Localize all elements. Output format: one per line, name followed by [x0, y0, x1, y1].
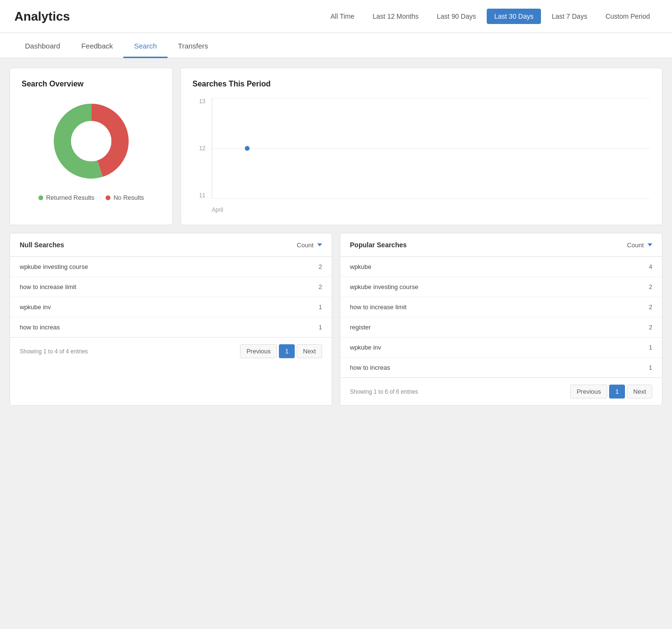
- row-term: how to increas: [20, 324, 60, 331]
- grid-line-top: [212, 98, 650, 98]
- top-header: Analytics All TimeLast 12 MonthsLast 90 …: [0, 0, 672, 33]
- popular-searches-page-1-btn[interactable]: 1: [609, 385, 625, 399]
- legend-returned-results: Returned Results: [38, 194, 94, 201]
- period-nav: All TimeLast 12 MonthsLast 90 DaysLast 3…: [323, 9, 658, 24]
- popular-searches-card: Popular Searches Count wpkube4wpkube inv…: [340, 233, 662, 406]
- table-row: register2: [340, 317, 662, 338]
- legend-returned-label: Returned Results: [46, 194, 94, 201]
- popular-searches-title: Popular Searches: [350, 241, 407, 249]
- donut-chart: [48, 98, 134, 184]
- table-row: how to increase limit2: [340, 297, 662, 317]
- period-btn-last-30-days[interactable]: Last 30 Days: [487, 9, 541, 24]
- null-searches-page-1-btn[interactable]: 1: [279, 344, 295, 358]
- row-term: how to increase limit: [20, 283, 76, 290]
- y-label-bottom: 11: [199, 192, 209, 199]
- period-btn-last-12-months[interactable]: Last 12 Months: [365, 9, 426, 24]
- row-term: wpkube inv: [20, 303, 51, 311]
- row-count: 2: [649, 303, 652, 311]
- null-searches-sort-icon[interactable]: [317, 243, 322, 246]
- null-searches-count-header: Count: [297, 242, 322, 249]
- period-btn-last-7-days[interactable]: Last 7 Days: [544, 9, 595, 24]
- row-term: wpkube investing course: [350, 283, 418, 290]
- chart-plot: [212, 98, 650, 199]
- row-count: 2: [319, 263, 322, 270]
- null-searches-card: Null Searches Count wpkube investing cou…: [10, 233, 332, 406]
- row-count: 2: [319, 283, 322, 290]
- svg-point-2: [71, 121, 111, 161]
- tab-dashboard[interactable]: Dashboard: [14, 33, 71, 58]
- popular-searches-count-header: Count: [627, 242, 652, 249]
- row-term: wpkube: [350, 263, 372, 270]
- main-content: Search Overview Returned Results: [0, 58, 672, 415]
- row-count: 4: [649, 263, 652, 270]
- popular-searches-prev-btn[interactable]: Previous: [570, 385, 607, 399]
- row-term: how to increas: [350, 364, 390, 371]
- y-label-top: 13: [199, 98, 209, 105]
- chart-y-labels: 13 12 11: [192, 98, 209, 199]
- row-term: wpkube inv: [350, 344, 381, 351]
- popular-searches-rows: wpkube4wpkube investing course2how to in…: [340, 257, 662, 377]
- chart-legend: Returned Results No Results: [22, 194, 161, 201]
- table-row: wpkube inv1: [10, 297, 332, 317]
- popular-searches-next-btn[interactable]: Next: [627, 385, 652, 399]
- row-term: wpkube investing course: [20, 263, 88, 270]
- row-count: 2: [649, 283, 652, 290]
- donut-chart-container: [22, 98, 161, 184]
- row-count: 1: [319, 303, 322, 311]
- table-row: how to increas1: [340, 358, 662, 377]
- grid-line-mid: [212, 148, 650, 149]
- top-row: Search Overview Returned Results: [10, 68, 662, 225]
- row-term: how to increase limit: [350, 303, 407, 311]
- table-row: wpkube inv1: [340, 338, 662, 358]
- null-searches-pagination-info: Showing 1 to 4 of 4 entries: [20, 348, 88, 355]
- table-row: wpkube investing course2: [10, 257, 332, 277]
- chart-data-point: [245, 146, 250, 151]
- null-searches-next-btn[interactable]: Next: [297, 344, 322, 358]
- tab-feedback[interactable]: Feedback: [71, 33, 123, 58]
- table-row: wpkube investing course2: [340, 277, 662, 297]
- row-count: 2: [649, 324, 652, 331]
- table-row: how to increas1: [10, 317, 332, 337]
- searches-period-title: Searches This Period: [192, 80, 650, 88]
- table-row: how to increase limit2: [10, 277, 332, 297]
- row-term: register: [350, 324, 371, 331]
- legend-no-results-label: No Results: [113, 194, 144, 201]
- row-count: 1: [319, 324, 322, 331]
- bottom-row: Null Searches Count wpkube investing cou…: [10, 233, 662, 406]
- y-label-mid: 12: [199, 145, 209, 152]
- searches-this-period-card: Searches This Period 13 12 11: [180, 68, 662, 225]
- search-overview-title: Search Overview: [22, 80, 161, 88]
- tab-bar: DashboardFeedbackSearchTransfers: [0, 33, 672, 58]
- line-chart-area: 13 12 11 April: [192, 98, 650, 213]
- popular-searches-header: Popular Searches Count: [340, 233, 662, 257]
- null-searches-pagination: Showing 1 to 4 of 4 entries Previous 1 N…: [10, 337, 332, 365]
- row-count: 1: [649, 364, 652, 371]
- popular-searches-pagination-controls: Previous 1 Next: [570, 385, 652, 399]
- null-searches-pagination-controls: Previous 1 Next: [240, 344, 322, 358]
- popular-searches-pagination-info: Showing 1 to 6 of 6 entries: [350, 388, 418, 395]
- search-overview-card: Search Overview Returned Results: [10, 68, 173, 225]
- period-btn-last-90-days[interactable]: Last 90 Days: [429, 9, 484, 24]
- null-searches-header: Null Searches Count: [10, 233, 332, 257]
- legend-dot-red: [106, 195, 110, 200]
- period-btn-all-time[interactable]: All Time: [323, 9, 362, 24]
- period-btn-custom-period[interactable]: Custom Period: [598, 9, 658, 24]
- null-searches-title: Null Searches: [20, 241, 64, 249]
- chart-x-label: April: [212, 206, 223, 213]
- null-searches-rows: wpkube investing course2how to increase …: [10, 257, 332, 337]
- app-title: Analytics: [14, 9, 70, 24]
- table-row: wpkube4: [340, 257, 662, 277]
- popular-searches-sort-icon[interactable]: [648, 243, 652, 246]
- tab-transfers[interactable]: Transfers: [168, 33, 219, 58]
- legend-no-results: No Results: [106, 194, 144, 201]
- null-searches-prev-btn[interactable]: Previous: [240, 344, 277, 358]
- row-count: 1: [649, 344, 652, 351]
- grid-line-bottom: [212, 198, 650, 199]
- tab-search[interactable]: Search: [123, 33, 168, 58]
- popular-searches-pagination: Showing 1 to 6 of 6 entries Previous 1 N…: [340, 377, 662, 405]
- legend-dot-green: [38, 195, 43, 200]
